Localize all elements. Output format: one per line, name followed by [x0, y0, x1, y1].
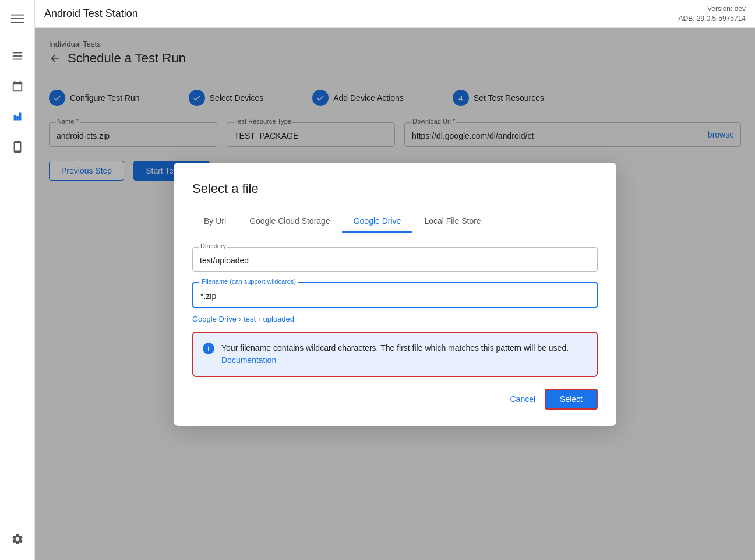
select-file-dialog: Select a file By Url Google Cloud Storag…: [174, 163, 616, 426]
directory-field-group: Directory document.querySelector('[data-…: [192, 247, 598, 272]
svg-rect-5: [12, 59, 22, 60]
main-content: Android Test Station Version: dev ADB: 2…: [35, 0, 755, 560]
tab-local-file[interactable]: Local File Store: [412, 210, 492, 233]
info-text: Your filename contains wildcard characte…: [221, 342, 587, 367]
svg-rect-1: [11, 18, 24, 19]
list-icon[interactable]: [6, 44, 29, 68]
topbar: Android Test Station Version: dev ADB: 2…: [35, 0, 755, 28]
directory-label: Directory: [199, 242, 227, 249]
sep-2: ›: [258, 315, 260, 323]
svg-rect-0: [11, 15, 24, 16]
tab-google-drive[interactable]: Google Drive: [342, 210, 413, 233]
filename-label: Filename (can support wildcards): [199, 278, 298, 285]
path-test[interactable]: test: [244, 315, 256, 323]
path-google-drive[interactable]: Google Drive: [192, 315, 237, 323]
dialog-cancel-button[interactable]: Cancel: [510, 395, 535, 404]
app-title: Android Test Station: [44, 8, 679, 20]
settings-icon[interactable]: [6, 527, 29, 551]
filename-field-group: Filename (can support wildcards) documen…: [192, 282, 598, 308]
device-icon[interactable]: [6, 135, 29, 159]
chart-icon[interactable]: [6, 105, 29, 128]
sidebar: [0, 0, 35, 560]
filename-input[interactable]: [193, 283, 597, 307]
sep-1: ›: [239, 315, 241, 323]
info-icon: i: [203, 343, 214, 354]
dialog-tabs: By Url Google Cloud Storage Google Drive…: [192, 210, 598, 233]
documentation-link[interactable]: Documentation: [221, 355, 276, 365]
path-uploaded[interactable]: uploaded: [263, 315, 295, 323]
wildcard-info-box: i Your filename contains wildcard charac…: [192, 332, 598, 377]
dialog-overlay: Select a file By Url Google Cloud Storag…: [35, 28, 755, 560]
page-content: Individual Tests Schedule a Test Run Con…: [35, 28, 755, 560]
dialog-select-button[interactable]: Select: [545, 389, 598, 410]
path-breadcrumb: Google Drive › test › uploaded: [192, 315, 598, 323]
svg-rect-4: [12, 55, 22, 57]
dialog-title: Select a file: [192, 181, 598, 196]
svg-rect-3: [12, 52, 22, 54]
svg-rect-2: [11, 22, 24, 23]
menu-icon[interactable]: [6, 7, 29, 30]
tab-by-url[interactable]: By Url: [192, 210, 238, 233]
dialog-actions: Cancel Select: [192, 389, 598, 410]
version-info: Version: dev ADB: 29.0.5-5975714: [679, 4, 746, 24]
calendar-icon[interactable]: [6, 75, 29, 98]
directory-input[interactable]: [192, 247, 598, 272]
tab-google-cloud[interactable]: Google Cloud Storage: [238, 210, 342, 233]
